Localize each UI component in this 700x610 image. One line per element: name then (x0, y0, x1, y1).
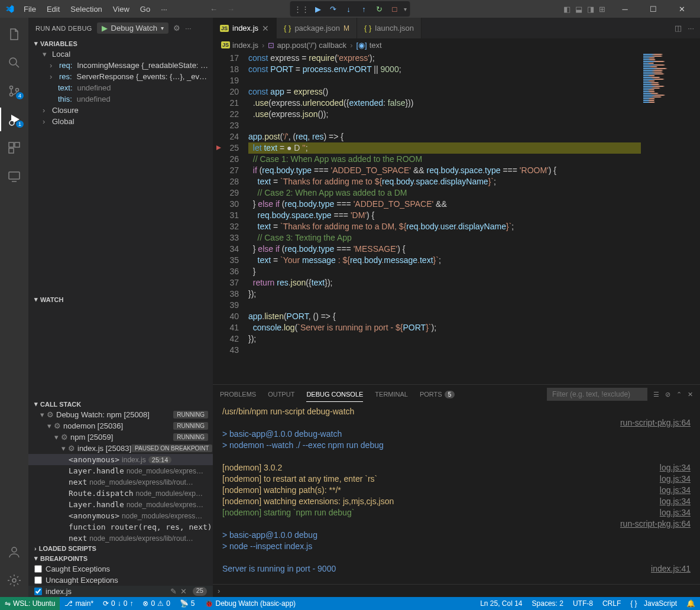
close-icon[interactable]: ✕ (668, 0, 695, 18)
status-ports[interactable]: 📡5 (175, 599, 200, 608)
stack-frame[interactable]: <anonymous>index.js25:14 (28, 454, 213, 465)
console-filter-input[interactable] (547, 388, 647, 401)
more-icon[interactable]: ··· (185, 24, 192, 33)
layout-secondary-icon[interactable]: ◨ (587, 5, 594, 14)
search-icon[interactable] (0, 51, 28, 74)
run-debug-icon[interactable]: 1 (0, 108, 28, 131)
console-source-link[interactable]: run-script-pkg.js:64 (620, 417, 691, 429)
callstack-session[interactable]: ▾⚙index.js [25083]PAUSED ON BREAKPOINT (28, 443, 213, 454)
stack-frame[interactable]: Route.dispatchnode_modules/exp… (28, 488, 213, 499)
status-remote[interactable]: ⇋WSL: Ubuntu (0, 597, 60, 610)
console-source-link[interactable]: run-script-pkg.js:64 (620, 518, 691, 530)
split-icon[interactable]: ◫ (675, 24, 682, 33)
debug-config-select[interactable]: ▶ Debug Watch ▾ (97, 22, 168, 34)
callstack-session[interactable]: ▾⚙npm [25059]RUNNING (28, 431, 213, 443)
stop-icon[interactable]: □ (388, 2, 401, 15)
layout-primary-icon[interactable]: ◧ (563, 5, 571, 14)
stack-frame[interactable]: function router(req, res, next) {.pr… (28, 521, 213, 533)
accounts-icon[interactable] (0, 540, 28, 564)
bp-caught[interactable]: Caught Exceptions (28, 563, 213, 575)
var-this[interactable]: this: undefined (28, 93, 213, 105)
menu-selection[interactable]: Selection (66, 2, 106, 16)
source-control-icon[interactable]: 4 (0, 79, 28, 103)
breadcrumb[interactable]: JSindex.js › ⊡app.post('/') callback › [… (213, 38, 700, 51)
console-source-link[interactable]: log.js:34 (660, 462, 691, 473)
extensions-icon[interactable] (0, 136, 28, 160)
tab-problems[interactable]: PROBLEMS (220, 387, 256, 401)
status-language[interactable]: { } JavaScript (626, 599, 682, 608)
status-encoding[interactable]: UTF-8 (568, 599, 598, 608)
var-res[interactable]: ›res: ServerResponse {_events: {…}, _ev… (28, 71, 213, 82)
watch-section[interactable]: ▾WATCH (28, 294, 213, 304)
nav-back-icon[interactable]: ← (210, 5, 218, 14)
stack-frame[interactable]: nextnode_modules/express/lib/rout… (28, 533, 213, 544)
layout-customize-icon[interactable]: ⊞ (599, 5, 605, 14)
tab-output[interactable]: OUTPUT (268, 387, 294, 401)
close-tab-icon[interactable]: ✕ (262, 24, 269, 33)
status-position[interactable]: Ln 25, Col 14 (475, 599, 527, 608)
edit-icon[interactable]: ✎ (170, 587, 177, 596)
bp-indexjs[interactable]: index.js✎✕25 (28, 586, 213, 597)
breakpoints-section[interactable]: ▾BREAKPOINTS (28, 553, 213, 563)
restart-icon[interactable]: ↻ (373, 2, 386, 15)
breakpoint-indicator-icon[interactable] (215, 144, 221, 150)
console-source-link[interactable]: log.js:34 (660, 485, 691, 496)
close-panel-icon[interactable]: ✕ (688, 391, 693, 398)
code-editor[interactable]: 1718192021222324252627282930313233343536… (213, 51, 700, 384)
drag-handle-icon[interactable]: ⋮⋮ (294, 5, 309, 14)
status-problems[interactable]: ⊗0 ⚠0 (138, 599, 174, 608)
status-debug[interactable]: 🐞Debug Watch (basic-app) (200, 599, 301, 608)
stack-frame[interactable]: Layer.handlenode_modules/expres… (28, 465, 213, 476)
menu-file[interactable]: File (19, 2, 41, 16)
explorer-icon[interactable] (0, 22, 28, 46)
stack-frame[interactable]: Layer.handlenode_modules/expres… (28, 499, 213, 510)
editor-tab[interactable]: { }package.jsonM (277, 18, 357, 38)
status-sync[interactable]: ⟳0↓ 0↑ (98, 599, 138, 608)
minimap[interactable] (641, 51, 700, 384)
bp-uncaught[interactable]: Uncaught Exceptions (28, 575, 213, 586)
step-out-icon[interactable]: ↑ (358, 2, 371, 15)
maximize-panel-icon[interactable]: ⌃ (676, 391, 682, 398)
more-icon[interactable]: ··· (688, 24, 694, 33)
console-prompt-icon[interactable]: › (218, 586, 220, 595)
variables-section[interactable]: ▾VARIABLES (28, 38, 213, 48)
menu-view[interactable]: View (108, 2, 134, 16)
tab-terminal[interactable]: TERMINAL (375, 387, 408, 401)
remote-explorer-icon[interactable] (0, 164, 28, 188)
console-source-link[interactable]: log.js:34 (660, 473, 691, 485)
scope-local[interactable]: ▾Local (28, 48, 213, 60)
var-req[interactable]: ›req: IncomingMessage {_readableState: … (28, 60, 213, 71)
console-source-link[interactable]: log.js:34 (660, 496, 691, 507)
editor-tab[interactable]: JSindex.js✕ (213, 18, 277, 38)
callstack-section[interactable]: ▾CALL STACK (28, 399, 213, 409)
remove-icon[interactable]: ✕ (180, 587, 187, 596)
status-spaces[interactable]: Spaces: 2 (527, 599, 568, 608)
scope-closure[interactable]: ›Closure (28, 105, 213, 116)
status-branch[interactable]: ⎇main* (60, 599, 98, 608)
maximize-icon[interactable]: ☐ (640, 0, 667, 18)
nav-fwd-icon[interactable]: → (227, 5, 235, 14)
callstack-session[interactable]: ▾⚙nodemon [25036]RUNNING (28, 420, 213, 431)
menu-more[interactable]: ··· (156, 2, 172, 16)
console-source-link[interactable]: log.js:34 (660, 507, 691, 518)
status-eol[interactable]: CRLF (598, 599, 626, 608)
settings-icon[interactable] (0, 569, 28, 592)
menu-edit[interactable]: Edit (42, 2, 64, 16)
stack-frame[interactable]: <anonymous>node_modules/express… (28, 510, 213, 521)
var-text[interactable]: text: undefined (28, 82, 213, 93)
tab-ports[interactable]: PORTS5 (420, 387, 455, 401)
layout-panel-icon[interactable]: ⬓ (575, 5, 582, 14)
callstack-session[interactable]: ▾⚙Debug Watch: npm [25008]RUNNING (28, 409, 213, 420)
filter-settings-icon[interactable]: ☰ (653, 391, 659, 398)
stack-frame[interactable]: nextnode_modules/express/lib/rout… (28, 476, 213, 488)
step-into-icon[interactable]: ↓ (342, 2, 355, 15)
status-notifications[interactable]: 🔔 (682, 599, 700, 608)
scope-global[interactable]: ›Global (28, 116, 213, 127)
menu-go[interactable]: Go (135, 2, 155, 16)
minimize-icon[interactable]: ─ (611, 0, 639, 18)
continue-icon[interactable]: ▶ (312, 2, 325, 15)
clear-icon[interactable]: ⊘ (665, 391, 670, 398)
step-over-icon[interactable]: ↷ (327, 2, 340, 15)
editor-tab[interactable]: { }launch.json (357, 18, 422, 38)
console-source-link[interactable]: index.js:41 (651, 563, 691, 575)
